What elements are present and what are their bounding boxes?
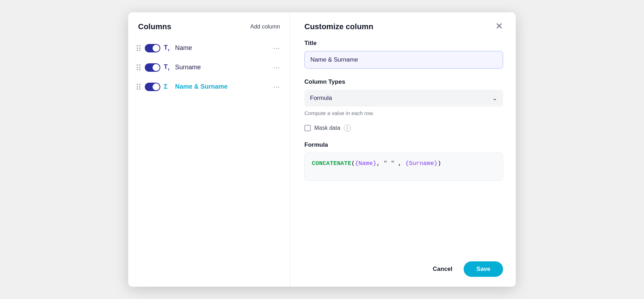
column-types-label: Column Types xyxy=(304,78,503,85)
left-header: Columns Add column xyxy=(128,12,290,38)
footer-actions: Cancel Save xyxy=(427,261,503,277)
column-type-select[interactable]: Formula xyxy=(304,90,503,107)
column-type-select-wrapper: Formula ⌄ xyxy=(304,90,503,107)
col-name-surname: Surname xyxy=(175,64,268,71)
mask-row: Mask data i xyxy=(304,125,503,132)
add-column-button[interactable]: Add column xyxy=(250,24,280,30)
formula-section: Formula CONCATENATE({Name}, " " , {Surna… xyxy=(304,141,503,181)
col-name-formula: Name & Surname xyxy=(175,83,268,90)
more-button-surname[interactable]: ··· xyxy=(272,63,281,72)
formula-function: CONCATENATE xyxy=(312,160,351,167)
formula-ref2: {Surname} xyxy=(405,160,438,167)
formula-comma1: , xyxy=(377,160,384,167)
left-panel: Columns Add column Tт Name ··· xyxy=(128,12,290,287)
formula-editor[interactable]: CONCATENATE({Name}, " " , {Surname}) xyxy=(304,153,503,181)
col-name-name: Name xyxy=(175,44,268,52)
mask-data-checkbox[interactable] xyxy=(304,125,311,131)
save-button[interactable]: Save xyxy=(464,261,503,277)
mask-data-label: Mask data xyxy=(314,125,340,131)
column-type-value: Formula xyxy=(310,95,332,102)
formula-string: " " xyxy=(384,160,395,167)
cancel-button[interactable]: Cancel xyxy=(427,262,458,276)
toggle-formula[interactable] xyxy=(145,83,160,91)
type-icon-surname: Tт xyxy=(164,63,172,71)
info-icon[interactable]: i xyxy=(344,125,351,132)
drag-handle-name xyxy=(137,45,141,51)
title-input[interactable] xyxy=(304,51,503,69)
column-item-surname[interactable]: Tт Surname ··· xyxy=(128,58,290,77)
type-icon-formula: Σ xyxy=(164,83,172,90)
columns-title: Columns xyxy=(138,22,171,31)
toggle-surname[interactable] xyxy=(145,63,160,72)
modal: Columns Add column Tт Name ··· xyxy=(128,12,516,287)
close-button[interactable]: ✕ xyxy=(495,21,503,31)
column-types-section: Column Types Formula ⌄ Compute a value i… xyxy=(304,78,503,123)
drag-handle-surname xyxy=(137,64,141,70)
column-list: Tт Name ··· Tт Surname ··· xyxy=(128,38,290,96)
formula-open-paren: ( xyxy=(351,160,355,167)
formula-ref1: {Name} xyxy=(355,160,376,167)
formula-label: Formula xyxy=(304,141,503,148)
type-icon-name: Tт xyxy=(164,44,172,52)
formula-close-paren: ) xyxy=(438,160,441,167)
formula-comma2: , xyxy=(395,160,405,167)
customize-title: Customize column xyxy=(304,22,373,31)
drag-handle-formula xyxy=(137,84,141,90)
right-header: Customize column ✕ xyxy=(304,22,503,31)
compute-hint: Compute a value in each row. xyxy=(304,110,503,116)
title-section: Title xyxy=(304,40,503,78)
more-button-formula[interactable]: ··· xyxy=(272,82,281,91)
title-label: Title xyxy=(304,40,503,47)
column-item-name[interactable]: Tт Name ··· xyxy=(128,38,290,58)
toggle-name[interactable] xyxy=(145,44,160,52)
column-item-formula[interactable]: Σ Name & Surname ··· xyxy=(128,77,290,96)
right-panel: Customize column ✕ Title Column Types Fo… xyxy=(290,12,516,287)
more-button-name[interactable]: ··· xyxy=(272,43,281,53)
